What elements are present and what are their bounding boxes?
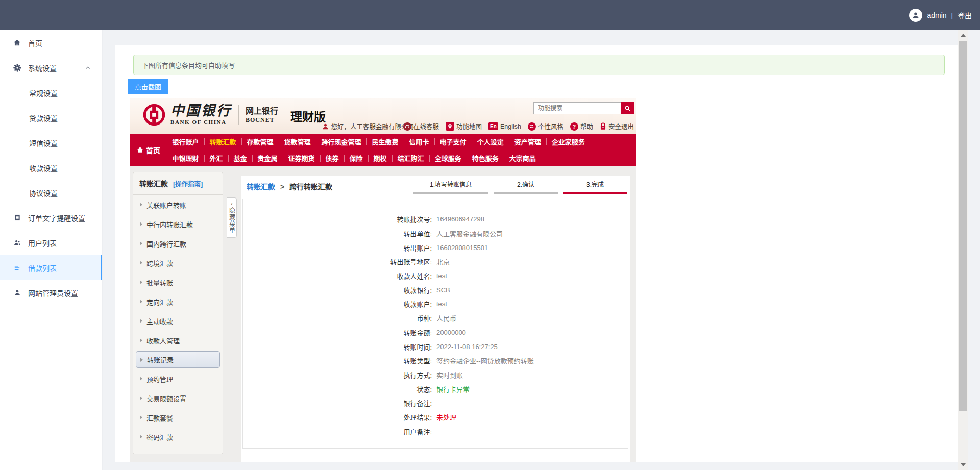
sidebar-item-order-text-settings[interactable]: 订单文字提醒设置	[0, 205, 102, 230]
scrollbar-thumb[interactable]	[959, 41, 967, 411]
search-input[interactable]	[533, 102, 621, 114]
form-row: 转出单位:人工客服金融有限公司	[243, 227, 628, 241]
sidebar-item-home[interactable]: 首页	[0, 30, 102, 55]
nav-item[interactable]: 银行账户	[167, 137, 204, 146]
vertical-scrollbar[interactable]	[958, 30, 968, 470]
swap-arrows-icon	[528, 122, 536, 131]
nav-item[interactable]: 大宗商品	[504, 153, 541, 163]
logout-link[interactable]: 登出	[958, 10, 972, 20]
nav-item[interactable]: 证券期货	[283, 153, 320, 163]
bank-nav-row2: 中银理财 外汇 基金 贵金属 证券期货 债券 保险 期权 结汇购汇 全球服务 特…	[167, 150, 636, 166]
nav-item[interactable]: 全球服务	[429, 153, 467, 163]
triangle-right-icon	[140, 261, 142, 265]
triangle-right-icon	[140, 435, 142, 439]
sidebar-item-user-list[interactable]: 用户列表	[0, 230, 102, 255]
sidebar-item-system-settings[interactable]: 系统设置	[0, 55, 102, 80]
breadcrumb-section[interactable]: 转账汇款	[247, 183, 275, 191]
sidebar-item-payment-settings[interactable]: 收款设置	[0, 155, 102, 180]
help-link[interactable]: ? 帮助	[570, 121, 593, 131]
greeting-text: 您好，人工客服金融有限公司	[331, 121, 414, 131]
bank-menu-item[interactable]: 跨境汇款	[133, 253, 223, 273]
admin-sidebar: 首页 系统设置 常规设置 贷款设置 短信设置 收款设置 协议设置 订单文字提醒设…	[0, 30, 103, 470]
search-button[interactable]	[621, 102, 634, 114]
sidebar-item-loan-list[interactable]: 借款列表	[0, 255, 102, 280]
triangle-right-icon	[140, 415, 142, 419]
nav-item[interactable]: 基金	[228, 153, 252, 163]
field-label: 银行备注:	[243, 398, 432, 408]
hide-menu-tab[interactable]: ‹ 隐藏菜单	[227, 197, 237, 238]
form-row: 用户备注:	[243, 424, 628, 438]
nav-item[interactable]: 信用卡	[404, 137, 434, 146]
nav-item-active[interactable]: 转账汇款	[204, 137, 241, 146]
sidebar-item-sms-settings[interactable]: 短信设置	[0, 130, 102, 155]
form-row: 转出账号地区:北京	[243, 255, 628, 269]
sidebar-item-site-admin-settings[interactable]: 网站管理员设置	[0, 280, 102, 305]
user-avatar[interactable]	[909, 9, 922, 22]
bank-menu-item[interactable]: 密码汇款	[133, 427, 223, 447]
nav-item[interactable]: 存款管理	[241, 137, 279, 146]
screenshot-button[interactable]: 点击截图	[128, 79, 168, 94]
bank-nav-home[interactable]: 首页	[130, 134, 167, 166]
form-row: 转出账户:16602808015501	[243, 240, 628, 255]
bank-top-menu: 您好，人工客服金融有限公司 在线客服 功能地图	[322, 121, 634, 131]
bank-menu-item[interactable]: 交易限额设置	[133, 388, 223, 408]
sidebar-item-loan-settings[interactable]: 贷款设置	[0, 105, 102, 130]
field-label: 转出账号地区:	[243, 257, 432, 266]
bank-menu-item[interactable]: 主动收款	[133, 311, 223, 331]
secure-logout-link[interactable]: 安全退出	[600, 121, 634, 131]
nav-item[interactable]: 电子支付	[434, 137, 472, 146]
field-label: 用户备注:	[243, 427, 432, 436]
triangle-up-icon	[961, 34, 966, 37]
operation-guide-link[interactable]: [操作指南]	[173, 181, 203, 188]
bank-menu-item[interactable]: 关联账户转账	[133, 195, 223, 214]
transfer-detail-form: 转账批次号:1649606947298 转出单位:人工客服金融有限公司 转出账户…	[242, 199, 628, 449]
nav-item[interactable]: 资产管理	[509, 137, 546, 146]
english-label: English	[500, 123, 521, 130]
nav-item[interactable]: 贵金属	[252, 153, 283, 163]
nav-item[interactable]: 结汇购汇	[392, 153, 429, 163]
field-label: 处理结果:	[243, 412, 432, 422]
style-label: 个性风格	[538, 121, 564, 131]
step-1: 1.填写转账信息	[413, 180, 488, 194]
search-icon	[624, 105, 631, 112]
online-service-link[interactable]: 在线客服	[403, 121, 439, 131]
nav-item[interactable]: 债券	[320, 153, 344, 163]
sidebar-item-general-settings[interactable]: 常规设置	[0, 80, 102, 105]
nav-item[interactable]: 外汇	[204, 153, 228, 163]
bank-menu-item[interactable]: 汇款套餐	[133, 408, 223, 427]
hide-menu-label: 隐藏菜单	[228, 207, 236, 234]
bank-menu-item[interactable]: 批量转账	[133, 273, 223, 292]
form-row: 币种:人民币	[243, 311, 628, 326]
nav-item[interactable]: 民生缴费	[366, 137, 404, 146]
nav-item[interactable]: 特色服务	[467, 153, 504, 163]
english-link[interactable]: En English	[488, 122, 521, 130]
nav-item[interactable]: 中银理财	[167, 153, 204, 163]
sidebar-item-agreement-settings[interactable]: 协议设置	[0, 180, 102, 205]
bank-menu-item[interactable]: 预约管理	[133, 369, 223, 388]
scroll-down-button[interactable]	[958, 461, 968, 469]
breadcrumb: 转账汇款 > 跨行转账汇款	[247, 181, 332, 191]
field-value: 20000000	[436, 329, 466, 336]
triangle-right-icon	[140, 338, 142, 342]
field-value: 1649606947298	[436, 215, 484, 223]
topbar-separator: |	[951, 11, 953, 19]
style-link[interactable]: 个性风格	[528, 121, 564, 131]
nav-item[interactable]: 个人设定	[472, 137, 509, 146]
bank-menu-item[interactable]: 定向汇款	[133, 292, 223, 311]
bank-menu-item-active[interactable]: 转账记录	[136, 351, 220, 368]
bank-nav-row1: 银行账户 转账汇款 存款管理 贷款管理 跨行现金管理 民生缴费 信用卡 电子支付…	[167, 134, 636, 150]
nav-item[interactable]: 企业家服务	[546, 137, 590, 146]
function-map-label: 功能地图	[456, 121, 482, 131]
nav-item[interactable]: 跨行现金管理	[316, 137, 366, 146]
bank-menu-item[interactable]: 收款人管理	[133, 331, 223, 350]
bank-menu-item[interactable]: 中行内转账汇款	[133, 214, 223, 234]
scroll-up-button[interactable]	[958, 31, 968, 39]
nav-item[interactable]: 期权	[368, 153, 392, 163]
nav-item[interactable]: 保险	[344, 153, 368, 163]
bank-menu-item[interactable]: 国内跨行汇款	[133, 234, 223, 253]
triangle-right-icon	[140, 203, 142, 207]
field-label: 状态:	[243, 384, 432, 394]
field-label: 收款银行:	[243, 285, 432, 295]
nav-item[interactable]: 贷款管理	[279, 137, 316, 146]
function-map-link[interactable]: 功能地图	[446, 121, 482, 131]
